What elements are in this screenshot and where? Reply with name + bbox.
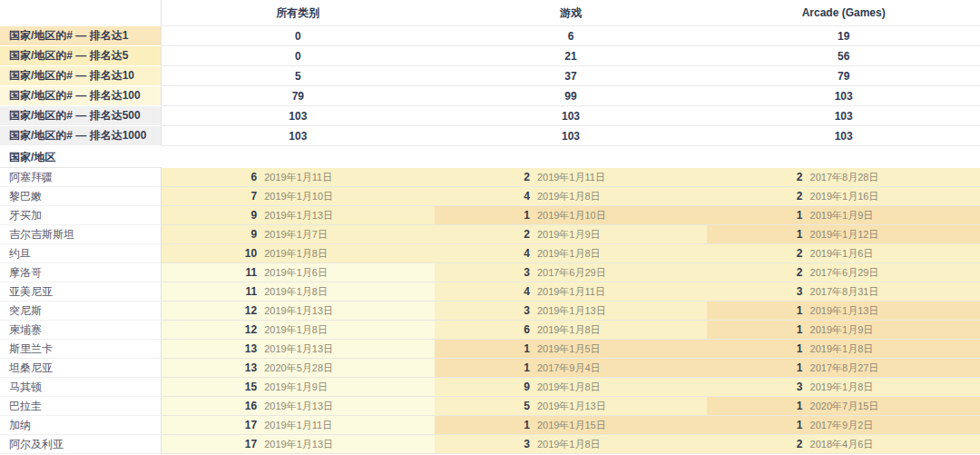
country-row[interactable]: 阿塞拜疆62019年1月11日22019年1月11日22017年8月28日 [0, 168, 980, 187]
country-name[interactable]: 巴拉圭 [0, 397, 162, 416]
rank-date: 2019年1月8日 [803, 342, 980, 356]
rank-cell: 12017年9月4日 [435, 359, 708, 378]
rank-cell: 92019年1月7日 [162, 225, 435, 244]
section-header-row: 国家/地区 [0, 147, 980, 168]
rank-cell: 42019年1月8日 [435, 244, 708, 263]
rank-date: 2019年1月9日 [803, 323, 980, 337]
rank-value: 3 [435, 438, 530, 450]
rank-cell: 152019年1月9日 [162, 378, 435, 397]
rank-date: 2019年1月11日 [257, 171, 434, 184]
rank-date: 2019年1月13日 [530, 400, 707, 413]
rank-value: 3 [707, 381, 802, 393]
rank-value: 1 [707, 228, 802, 241]
rank-cell: 22019年1月6日 [707, 244, 980, 263]
column-header-1[interactable]: 所有类别 [162, 0, 435, 26]
rank-date: 2019年1月8日 [803, 381, 980, 394]
rank-value: 9 [435, 381, 530, 393]
rank-cell: 162019年1月13日 [162, 397, 435, 416]
rank-date: 2020年7月15日 [803, 400, 980, 413]
column-header-3[interactable]: Arcade (Games) [707, 0, 980, 26]
rank-value: 1 [707, 209, 802, 222]
country-row[interactable]: 巴拉圭162019年1月13日52019年1月13日12020年7月15日 [0, 397, 980, 416]
country-row[interactable]: 斯里兰卡132019年1月13日12019年1月5日12019年1月8日 [0, 340, 980, 359]
rank-date: 2019年1月8日 [530, 381, 707, 394]
rank-date: 2019年1月12日 [803, 228, 980, 242]
country-row[interactable]: 吉尔吉斯斯坦92019年1月7日22019年1月9日12019年1月12日 [0, 225, 980, 244]
summary-row-label: 国家/地区的# — 排名达5 [0, 46, 162, 66]
rank-date: 2019年1月16日 [803, 190, 980, 203]
section-title: 国家/地区 [0, 147, 162, 168]
country-row[interactable]: 亚美尼亚112019年1月8日42019年1月11日32017年8月31日 [0, 282, 980, 302]
summary-value: 99 [435, 86, 708, 106]
rank-cell: 132019年1月13日 [162, 340, 435, 359]
country-row[interactable]: 马其顿152019年1月9日92019年1月8日32019年1月8日 [0, 378, 980, 397]
country-name[interactable]: 加纳 [0, 416, 162, 435]
header-empty-cell [0, 0, 162, 26]
rank-cell: 62019年1月8日 [435, 321, 708, 340]
rank-value: 2 [435, 228, 530, 241]
summary-section: 国家/地区的# — 排名达10619国家/地区的# — 排名达502156国家/… [0, 26, 980, 146]
country-row[interactable]: 约旦102019年1月8日42019年1月8日22019年1月6日 [0, 244, 980, 263]
rank-value: 3 [435, 304, 530, 317]
country-row[interactable]: 坦桑尼亚132020年5月28日12017年9月4日12017年8月27日 [0, 359, 980, 378]
rank-value: 1 [435, 209, 530, 222]
country-row[interactable]: 黎巴嫩72019年1月10日42019年1月8日22019年1月16日 [0, 187, 980, 206]
rank-value: 17 [162, 419, 257, 431]
rank-value: 2 [707, 438, 802, 450]
country-row[interactable]: 柬埔寨122019年1月8日62019年1月8日12019年1月9日 [0, 321, 980, 340]
country-name[interactable]: 亚美尼亚 [0, 282, 162, 302]
rank-value: 3 [707, 285, 802, 298]
country-row[interactable]: 阿尔及利亚172019年1月13日32019年1月8日22018年4月6日 [0, 435, 980, 454]
country-name[interactable]: 坦桑尼亚 [0, 359, 162, 378]
rank-date: 2020年5月28日 [257, 361, 434, 375]
country-name[interactable]: 约旦 [0, 244, 162, 263]
country-name[interactable]: 斯里兰卡 [0, 340, 162, 359]
country-row[interactable]: 摩洛哥112019年1月6日32017年6月29日22017年6月29日 [0, 263, 980, 282]
rank-date: 2019年1月6日 [257, 266, 434, 280]
rank-date: 2019年1月13日 [530, 304, 707, 318]
rank-value: 9 [162, 209, 257, 222]
summary-value: 103 [435, 106, 708, 126]
rank-cell: 22019年1月9日 [435, 225, 708, 244]
rank-cell: 32019年1月13日 [435, 302, 708, 321]
country-name[interactable]: 吉尔吉斯斯坦 [0, 225, 162, 244]
rank-value: 4 [435, 190, 530, 203]
rank-cell: 22019年1月16日 [707, 187, 980, 206]
rank-cell: 122019年1月13日 [162, 302, 435, 321]
rank-value: 4 [435, 247, 530, 260]
rank-value: 1 [435, 419, 530, 431]
rank-cell: 52019年1月13日 [435, 397, 708, 416]
rank-cell: 22018年4月6日 [707, 435, 980, 454]
country-name[interactable]: 摩洛哥 [0, 263, 162, 282]
country-name[interactable]: 柬埔寨 [0, 321, 162, 340]
rank-date: 2019年1月8日 [530, 247, 707, 261]
rank-cell: 32017年8月31日 [707, 282, 980, 302]
rank-date: 2019年1月6日 [803, 247, 980, 261]
country-name[interactable]: 突尼斯 [0, 302, 162, 321]
summary-value: 79 [162, 86, 435, 106]
country-row[interactable]: 突尼斯122019年1月13日32019年1月13日12019年1月13日 [0, 302, 980, 321]
rank-cell: 22019年1月11日 [435, 168, 708, 187]
summary-row: 国家/地区的# — 排名达1053779 [0, 66, 980, 86]
country-name[interactable]: 黎巴嫩 [0, 187, 162, 206]
rank-cell: 72019年1月10日 [162, 187, 435, 206]
summary-value: 103 [162, 106, 435, 126]
country-name[interactable]: 马其顿 [0, 378, 162, 397]
rank-date: 2019年1月8日 [530, 438, 707, 451]
rank-value: 15 [162, 381, 257, 393]
rank-value: 1 [435, 361, 530, 374]
rank-date: 2019年1月11日 [257, 419, 434, 432]
country-row[interactable]: 加纳172019年1月11日12019年1月15日12017年9月2日 [0, 416, 980, 435]
rank-date: 2019年1月8日 [530, 323, 707, 337]
summary-row-label: 国家/地区的# — 排名达500 [0, 106, 162, 126]
rank-cell: 12020年7月15日 [707, 397, 980, 416]
column-header-2[interactable]: 游戏 [435, 0, 708, 26]
country-row[interactable]: 牙买加92019年1月13日12019年1月10日12019年1月9日 [0, 206, 980, 225]
rank-value: 5 [435, 400, 530, 412]
country-name[interactable]: 阿塞拜疆 [0, 168, 162, 187]
country-name[interactable]: 阿尔及利亚 [0, 435, 162, 454]
rank-date: 2019年1月13日 [803, 304, 980, 318]
rank-cell: 92019年1月8日 [435, 378, 708, 397]
rank-value: 2 [707, 171, 802, 183]
country-name[interactable]: 牙买加 [0, 206, 162, 225]
